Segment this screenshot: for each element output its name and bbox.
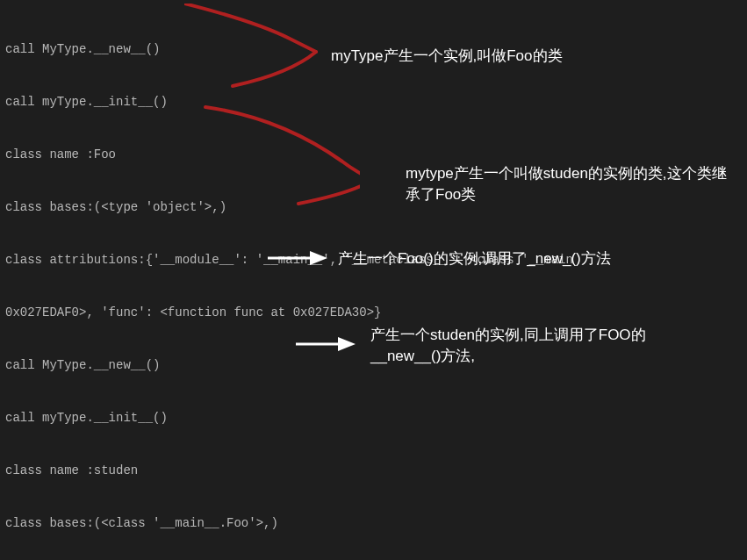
arrow-icon <box>294 334 356 355</box>
annotation-studen-new: 产生一个studen的实例,同上调用了FOO的__new__()方法, <box>370 325 704 367</box>
terminal-line: class name :studen <box>5 462 747 479</box>
terminal-line: call myType.__init__() <box>5 93 747 111</box>
svg-marker-3 <box>338 337 356 351</box>
terminal-line: 0x027EDAF0>, 'func': <function func at 0… <box>5 304 747 321</box>
svg-marker-1 <box>310 251 327 265</box>
arrow-icon <box>266 248 327 269</box>
terminal-line: class bases:(<class '__main__.Foo'>,) <box>5 514 747 532</box>
terminal-output: call MyType.__new__() call myType.__init… <box>5 5 747 560</box>
terminal-line: class name :Foo <box>5 146 747 163</box>
terminal-line: call myType.__init__() <box>5 409 747 427</box>
annotation-mytype-foo: myType产生一个实例,叫做Foo的类 <box>331 46 664 67</box>
annotation-mytype-studen: mytype产生一个叫做studen的实例的类,这个类继承了Foo类 <box>406 163 739 205</box>
annotation-foo-new: 产生一个Foo()的实例,调用了_new_()方法 <box>338 248 672 269</box>
